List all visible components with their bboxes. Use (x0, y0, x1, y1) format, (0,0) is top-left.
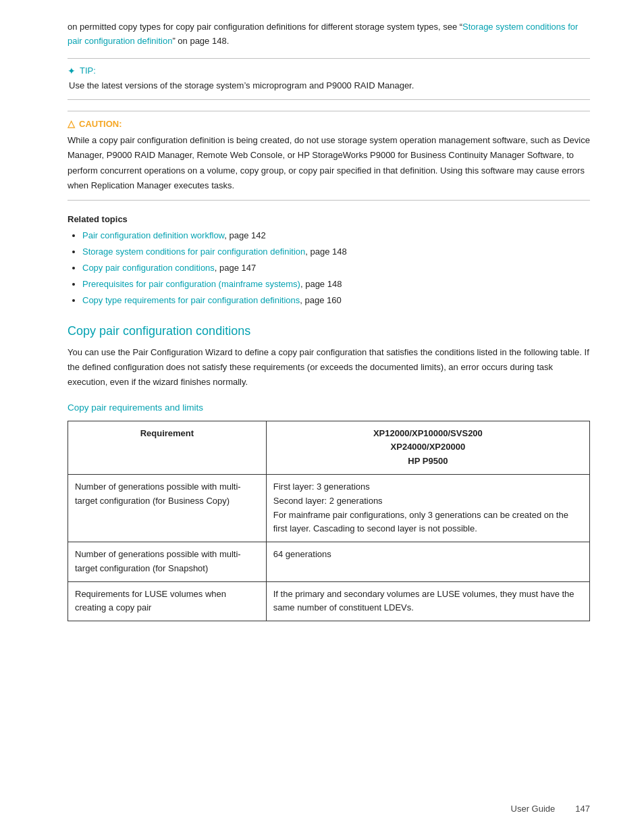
val-line-1-2: Second layer: 2 generations (273, 496, 383, 506)
list-item: Prerequisites for pair configuration (ma… (82, 277, 590, 292)
related-link-5[interactable]: Copy type requirements for pair configur… (82, 295, 300, 305)
val-line-1-3: For mainframe pair configurations, only … (273, 510, 568, 534)
requirements-table: Requirement XP12000/XP10000/SVS200 XP240… (68, 421, 590, 622)
caution-box: △ CAUTION: While a copy pair configurati… (68, 111, 590, 200)
footer-label: User Guide (511, 804, 556, 814)
footer: User Guide 147 (511, 804, 590, 814)
subsection-title: Copy pair requirements and limits (68, 402, 590, 413)
tip-header: ✦ TIP: (68, 66, 590, 76)
table-row: Number of generations possible with mult… (68, 474, 590, 542)
table-header-req: Requirement (68, 421, 267, 474)
table-row: Number of generations possible with mult… (68, 542, 590, 582)
related-topics-list: Pair configuration definition workflow, … (68, 228, 590, 308)
table-cell-val-2: 64 generations (266, 542, 589, 582)
table-cell-val-3: If the primary and secondary volumes are… (266, 581, 589, 621)
footer-page: 147 (575, 804, 590, 814)
table-row: Requirements for LUSE volumes when creat… (68, 581, 590, 621)
list-item: Copy type requirements for pair configur… (82, 293, 590, 308)
table-cell-req-3: Requirements for LUSE volumes when creat… (68, 581, 267, 621)
related-page-5: , page 160 (300, 295, 341, 305)
related-link-3[interactable]: Copy pair configuration conditions (82, 263, 215, 273)
table-cell-val-1: First layer: 3 generations Second layer:… (266, 474, 589, 542)
table-header-val: XP12000/XP10000/SVS200 XP24000/XP20000 H… (266, 421, 589, 474)
list-item: Storage system conditions for pair confi… (82, 244, 590, 259)
related-link-1[interactable]: Pair configuration definition workflow (82, 230, 224, 240)
caution-body: While a copy pair configuration definiti… (68, 133, 590, 192)
related-topics-title: Related topics (68, 214, 590, 224)
section-body: You can use the Pair Configuration Wizar… (68, 345, 590, 390)
intro-text-after: ” on page 148. (172, 36, 229, 46)
related-page-4: , page 148 (300, 279, 342, 289)
caution-label: CAUTION: (79, 119, 122, 129)
related-page-1: , page 142 (224, 230, 265, 240)
intro-paragraph: on permitted copy types for copy pair co… (68, 20, 590, 49)
list-item: Pair configuration definition workflow, … (82, 228, 590, 243)
related-page-3: , page 147 (215, 263, 256, 273)
tip-label: TIP: (80, 66, 96, 76)
related-link-2[interactable]: Storage system conditions for pair confi… (82, 246, 305, 257)
table-cell-req-2: Number of generations possible with mult… (68, 542, 267, 582)
tip-box: ✦ TIP: Use the latest versions of the st… (68, 58, 590, 101)
section-title: Copy pair configuration conditions (68, 324, 590, 338)
tip-body: Use the latest versions of the storage s… (68, 79, 590, 93)
caution-header: △ CAUTION: (68, 118, 590, 129)
related-topics: Related topics Pair configuration defini… (68, 214, 590, 308)
caution-icon: △ (68, 118, 75, 129)
val-line-1-1: First layer: 3 generations (273, 481, 370, 492)
related-link-4[interactable]: Prerequisites for pair configuration (ma… (82, 279, 300, 289)
tip-icon: ✦ (68, 66, 76, 76)
related-page-2: , page 148 (305, 246, 346, 257)
table-cell-req-1: Number of generations possible with mult… (68, 474, 267, 542)
list-item: Copy pair configuration conditions, page… (82, 261, 590, 276)
intro-text-before: on permitted copy types for copy pair co… (68, 22, 462, 32)
